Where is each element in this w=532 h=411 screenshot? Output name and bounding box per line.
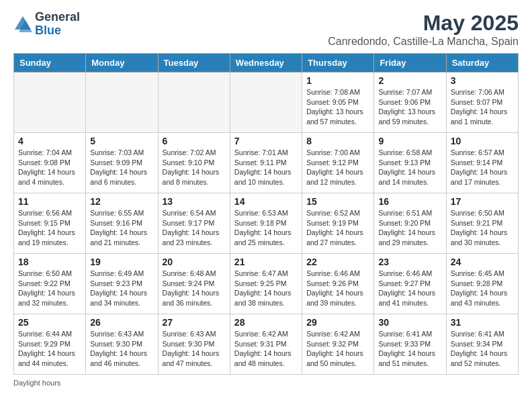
calendar-cell: 25Sunrise: 6:44 AM Sunset: 9:29 PM Dayli…: [14, 314, 86, 375]
day-info: Sunrise: 6:56 AM Sunset: 9:15 PM Dayligh…: [18, 208, 81, 248]
day-number: 2: [378, 75, 441, 86]
calendar-cell: 30Sunrise: 6:41 AM Sunset: 9:33 PM Dayli…: [374, 314, 446, 375]
calendar-cell: [14, 73, 86, 133]
calendar-cell: 31Sunrise: 6:41 AM Sunset: 9:34 PM Dayli…: [446, 314, 518, 375]
calendar-cell: 1Sunrise: 7:08 AM Sunset: 9:05 PM Daylig…: [302, 73, 374, 133]
day-info: Sunrise: 6:45 AM Sunset: 9:28 PM Dayligh…: [451, 269, 514, 308]
day-number: 13: [163, 196, 226, 207]
footer-note: Daylight hours: [13, 379, 519, 387]
day-number: 31: [451, 317, 514, 328]
calendar-week-4: 18Sunrise: 6:50 AM Sunset: 9:22 PM Dayli…: [14, 254, 519, 314]
day-number: 1: [306, 75, 369, 86]
calendar-header-saturday: Saturday: [446, 54, 518, 73]
title-area: May 2025 Canredondo, Castille-La Mancha,…: [328, 11, 519, 48]
logo-general-text: General: [35, 11, 80, 24]
calendar-week-1: 1Sunrise: 7:08 AM Sunset: 9:05 PM Daylig…: [14, 73, 519, 133]
day-number: 23: [378, 257, 441, 267]
calendar-cell: 26Sunrise: 6:43 AM Sunset: 9:30 PM Dayli…: [86, 314, 158, 375]
calendar-table: SundayMondayTuesdayWednesdayThursdayFrid…: [13, 53, 519, 375]
day-info: Sunrise: 6:43 AM Sunset: 9:30 PM Dayligh…: [163, 329, 226, 369]
calendar-cell: 28Sunrise: 6:42 AM Sunset: 9:31 PM Dayli…: [230, 314, 302, 375]
calendar-cell: 2Sunrise: 7:07 AM Sunset: 9:06 PM Daylig…: [374, 73, 446, 133]
day-info: Sunrise: 7:06 AM Sunset: 9:07 PM Dayligh…: [451, 87, 514, 127]
calendar-cell: 15Sunrise: 6:52 AM Sunset: 9:19 PM Dayli…: [302, 193, 374, 254]
calendar-header-tuesday: Tuesday: [158, 54, 230, 73]
day-number: 5: [90, 136, 153, 146]
calendar-cell: 7Sunrise: 7:01 AM Sunset: 9:11 PM Daylig…: [230, 133, 302, 193]
day-number: 7: [234, 136, 298, 146]
calendar-header-sunday: Sunday: [14, 54, 86, 73]
calendar-cell: 17Sunrise: 6:50 AM Sunset: 9:21 PM Dayli…: [446, 193, 518, 254]
day-number: 25: [18, 317, 81, 328]
day-number: 6: [163, 136, 226, 146]
calendar-cell: 9Sunrise: 6:58 AM Sunset: 9:13 PM Daylig…: [374, 133, 446, 193]
day-number: 20: [163, 257, 226, 267]
day-info: Sunrise: 6:52 AM Sunset: 9:19 PM Dayligh…: [306, 208, 369, 248]
day-number: 4: [18, 136, 81, 146]
calendar-cell: [158, 73, 230, 133]
day-number: 12: [90, 196, 153, 207]
day-info: Sunrise: 6:51 AM Sunset: 9:20 PM Dayligh…: [378, 208, 441, 248]
day-info: Sunrise: 6:41 AM Sunset: 9:34 PM Dayligh…: [451, 329, 514, 369]
calendar-cell: 5Sunrise: 7:03 AM Sunset: 9:09 PM Daylig…: [86, 133, 158, 193]
day-number: 30: [378, 317, 441, 328]
calendar-cell: [230, 73, 302, 133]
calendar-cell: 21Sunrise: 6:47 AM Sunset: 9:25 PM Dayli…: [230, 254, 302, 314]
logo: General Blue: [13, 11, 80, 38]
day-number: 15: [306, 196, 369, 207]
header: General Blue May 2025 Canredondo, Castil…: [13, 11, 519, 48]
day-number: 19: [90, 257, 153, 267]
day-info: Sunrise: 6:41 AM Sunset: 9:33 PM Dayligh…: [378, 329, 441, 369]
day-info: Sunrise: 6:53 AM Sunset: 9:18 PM Dayligh…: [234, 208, 298, 248]
logo-text: General Blue: [35, 11, 80, 38]
calendar-cell: 4Sunrise: 7:04 AM Sunset: 9:08 PM Daylig…: [14, 133, 86, 193]
calendar-cell: 14Sunrise: 6:53 AM Sunset: 9:18 PM Dayli…: [230, 193, 302, 254]
calendar-cell: 23Sunrise: 6:46 AM Sunset: 9:27 PM Dayli…: [374, 254, 446, 314]
calendar-cell: 22Sunrise: 6:46 AM Sunset: 9:26 PM Dayli…: [302, 254, 374, 314]
day-info: Sunrise: 6:43 AM Sunset: 9:30 PM Dayligh…: [90, 329, 153, 369]
day-info: Sunrise: 6:54 AM Sunset: 9:17 PM Dayligh…: [163, 208, 226, 248]
calendar-cell: 29Sunrise: 6:42 AM Sunset: 9:32 PM Dayli…: [302, 314, 374, 375]
calendar-header-row: SundayMondayTuesdayWednesdayThursdayFrid…: [14, 54, 519, 73]
day-number: 27: [163, 317, 226, 328]
calendar-cell: 19Sunrise: 6:49 AM Sunset: 9:23 PM Dayli…: [86, 254, 158, 314]
day-info: Sunrise: 7:08 AM Sunset: 9:05 PM Dayligh…: [306, 87, 369, 127]
calendar-cell: [86, 73, 158, 133]
day-info: Sunrise: 6:47 AM Sunset: 9:25 PM Dayligh…: [234, 269, 298, 308]
day-info: Sunrise: 6:42 AM Sunset: 9:32 PM Dayligh…: [306, 329, 369, 369]
day-number: 11: [18, 196, 81, 207]
day-number: 3: [451, 75, 514, 86]
day-number: 17: [451, 196, 514, 207]
day-info: Sunrise: 6:57 AM Sunset: 9:14 PM Dayligh…: [451, 148, 514, 187]
calendar-cell: 12Sunrise: 6:55 AM Sunset: 9:16 PM Dayli…: [86, 193, 158, 254]
day-number: 29: [306, 317, 369, 328]
calendar-week-2: 4Sunrise: 7:04 AM Sunset: 9:08 PM Daylig…: [14, 133, 519, 193]
calendar-cell: 18Sunrise: 6:50 AM Sunset: 9:22 PM Dayli…: [14, 254, 86, 314]
day-info: Sunrise: 6:46 AM Sunset: 9:26 PM Dayligh…: [306, 269, 369, 308]
logo-icon: [13, 15, 32, 34]
day-number: 10: [451, 136, 514, 146]
day-info: Sunrise: 6:58 AM Sunset: 9:13 PM Dayligh…: [378, 148, 441, 187]
day-info: Sunrise: 6:50 AM Sunset: 9:21 PM Dayligh…: [451, 208, 514, 248]
day-info: Sunrise: 7:07 AM Sunset: 9:06 PM Dayligh…: [378, 87, 441, 127]
calendar-cell: 3Sunrise: 7:06 AM Sunset: 9:07 PM Daylig…: [446, 73, 518, 133]
calendar-header-wednesday: Wednesday: [230, 54, 302, 73]
day-info: Sunrise: 6:50 AM Sunset: 9:22 PM Dayligh…: [18, 269, 81, 308]
month-title: May 2025: [328, 11, 519, 36]
calendar-cell: 16Sunrise: 6:51 AM Sunset: 9:20 PM Dayli…: [374, 193, 446, 254]
day-number: 24: [451, 257, 514, 267]
day-info: Sunrise: 6:49 AM Sunset: 9:23 PM Dayligh…: [90, 269, 153, 308]
day-number: 14: [234, 196, 298, 207]
day-info: Sunrise: 6:55 AM Sunset: 9:16 PM Dayligh…: [90, 208, 153, 248]
day-number: 21: [234, 257, 298, 267]
day-number: 16: [378, 196, 441, 207]
calendar-header-friday: Friday: [374, 54, 446, 73]
calendar-header-monday: Monday: [86, 54, 158, 73]
day-number: 18: [18, 257, 81, 267]
calendar-body: 1Sunrise: 7:08 AM Sunset: 9:05 PM Daylig…: [14, 73, 519, 375]
calendar-cell: 11Sunrise: 6:56 AM Sunset: 9:15 PM Dayli…: [14, 193, 86, 254]
day-number: 8: [306, 136, 369, 146]
calendar-cell: 24Sunrise: 6:45 AM Sunset: 9:28 PM Dayli…: [446, 254, 518, 314]
calendar-week-3: 11Sunrise: 6:56 AM Sunset: 9:15 PM Dayli…: [14, 193, 519, 254]
calendar-cell: 20Sunrise: 6:48 AM Sunset: 9:24 PM Dayli…: [158, 254, 230, 314]
